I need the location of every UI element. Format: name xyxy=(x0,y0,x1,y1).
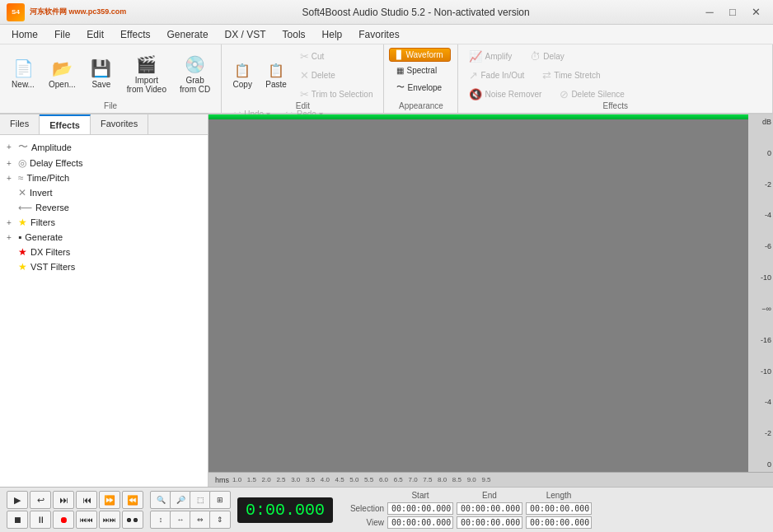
minimize-button[interactable]: ─ xyxy=(699,4,720,21)
zoom-in-button[interactable]: 🔍 xyxy=(150,491,171,509)
tree-label-dx-filters: DX Filters xyxy=(30,247,70,257)
pos-header-start: Start xyxy=(387,491,453,500)
loop-button[interactable]: ⏺⏺ xyxy=(122,511,143,529)
watermark: 河东软件网 www.pc359.com xyxy=(30,7,126,17)
tree-item-filters[interactable]: + ★ Filters xyxy=(0,215,208,230)
paste-icon: 📋 xyxy=(268,63,284,78)
tree-item-time-pitch[interactable]: + ≈ Time/Pitch xyxy=(0,170,208,185)
menu-generate[interactable]: Generate xyxy=(159,26,217,43)
tree-item-dx-filters[interactable]: ★ DX Filters xyxy=(0,245,208,259)
ribbon-noiseremover-button[interactable]: 🔇 Noise Remover xyxy=(463,86,547,103)
menu-file[interactable]: File xyxy=(46,26,78,43)
tree-expand-generate: + xyxy=(7,233,15,242)
sidebar-tab-effects[interactable]: Effects xyxy=(40,114,91,134)
skip-end-button[interactable]: ⏭ xyxy=(53,491,74,509)
waveform-icon: ▊ xyxy=(396,50,403,59)
ribbon-waveform-button[interactable]: ▊ Waveform xyxy=(389,48,450,62)
db-label-2b: -2 xyxy=(750,429,771,437)
tree-label-amplitude: Amplitude xyxy=(31,142,72,152)
sidebar-tab-favorites[interactable]: Favorites xyxy=(91,114,148,134)
ribbon-paste-button[interactable]: 📋 Paste xyxy=(260,48,293,103)
menu-effects[interactable]: Effects xyxy=(112,26,158,43)
record-button[interactable]: ⏺ xyxy=(53,511,74,529)
ribbon-group-file: 📄 New... 📂 Open... 💾 Save 🎬 Importfrom V… xyxy=(0,44,222,113)
ribbon-amplify-button[interactable]: 📈 Amplify xyxy=(463,48,518,65)
open-icon: 📂 xyxy=(52,58,73,78)
amplitude-icon: 〜 xyxy=(18,140,28,154)
fit-v-button[interactable]: ⇕ xyxy=(209,511,231,529)
vzoom-in-button[interactable]: ↕ xyxy=(150,511,171,529)
skip-start-button[interactable]: ⏮ xyxy=(76,491,97,509)
playhead-line xyxy=(208,114,773,119)
ribbon-envelope-button[interactable]: 〜 Envelope xyxy=(389,79,449,96)
db-label-2: -2 xyxy=(750,180,771,189)
position-headers: Start End Length xyxy=(343,491,592,500)
filters-icon: ★ xyxy=(18,217,27,228)
ribbon-group-edit: 📋 Copy 📋 Paste ✂ Cut ✕ Delete xyxy=(222,44,384,113)
zoom-controls: 🔍 🔎 ⬚ ⊞ ↕ ↔ ⇔ ⇕ xyxy=(150,491,227,529)
vst-filters-icon: ★ xyxy=(18,261,27,273)
tree-item-delay-effects[interactable]: + ◎ Delay Effects xyxy=(0,156,208,170)
pause-button[interactable]: ⏸ xyxy=(30,511,51,529)
menu-help[interactable]: Help xyxy=(314,26,351,43)
ribbon-trim-button[interactable]: ✂ Trim to Selection xyxy=(294,86,379,103)
ribbon-timestretch-button[interactable]: ⇄ Time Stretch xyxy=(536,67,606,84)
ribbon-grab-button[interactable]: 💿 Grabfrom CD xyxy=(174,51,216,97)
ribbon-import-button[interactable]: 🎬 Importfrom Video xyxy=(121,51,172,97)
close-button[interactable]: ✕ xyxy=(745,4,766,21)
tree-item-invert[interactable]: ✕ Invert xyxy=(0,185,208,200)
ribbon-fade-button[interactable]: ↗ Fade In/Out xyxy=(463,67,530,84)
vzoom-out-button[interactable]: ↔ xyxy=(170,511,191,529)
menu-favorites[interactable]: Favorites xyxy=(350,26,407,43)
edit-group-label: Edit xyxy=(222,101,383,110)
menu-dx-vst[interactable]: DX / VST xyxy=(217,26,274,43)
db-label-10: -10 xyxy=(750,273,771,282)
fast-forward-button[interactable]: ⏩ xyxy=(99,491,120,509)
return-button[interactable]: ↩ xyxy=(30,491,51,509)
ribbon-open-button[interactable]: 📂 Open... xyxy=(43,55,82,92)
stop-button[interactable]: ⏹ xyxy=(7,511,28,529)
ribbon: 📄 New... 📂 Open... 💾 Save 🎬 Importfrom V… xyxy=(0,44,773,114)
copy-icon: 📋 xyxy=(234,63,251,78)
ribbon-group-appearance: ▊ Waveform ▦ Spectral 〜 Envelope Appeara… xyxy=(384,44,458,113)
loop-end-button[interactable]: ⏭⏭ xyxy=(99,511,120,529)
tree-item-generate[interactable]: + ▪ Generate xyxy=(0,230,208,245)
invert-icon: ✕ xyxy=(18,187,26,198)
play-button[interactable]: ▶ xyxy=(7,491,28,509)
main-area: Files Effects Favorites + 〜 Amplitude + … xyxy=(0,114,773,487)
appearance-group-label: Appearance xyxy=(384,101,457,110)
tree-item-amplitude[interactable]: + 〜 Amplitude xyxy=(0,138,208,156)
selection-length: 00:00:00.000 xyxy=(526,502,592,515)
generate-icon: ▪ xyxy=(18,231,21,243)
loop-start-button[interactable]: ⏮⏮ xyxy=(76,511,97,529)
menu-edit[interactable]: Edit xyxy=(78,26,112,43)
zoom-sel-button[interactable]: ⬚ xyxy=(190,491,211,509)
file-group-label: File xyxy=(0,101,221,110)
ribbon-new-button[interactable]: 📄 New... xyxy=(5,55,41,92)
ribbon-delay-button[interactable]: ⏱ Delay xyxy=(524,48,570,65)
zoom-all-button[interactable]: ⊞ xyxy=(209,491,231,509)
sidebar-tab-files[interactable]: Files xyxy=(0,114,40,134)
fit-h-button[interactable]: ⇔ xyxy=(190,511,211,529)
window-title: Soft4Boost Audio Studio 5.2 - Non-activa… xyxy=(133,7,699,18)
ribbon-cut-button[interactable]: ✂ Cut xyxy=(294,48,379,65)
menu-tools[interactable]: Tools xyxy=(274,26,314,43)
db-label-4b: -4 xyxy=(750,398,771,406)
ribbon-delete-button[interactable]: ✕ Delete xyxy=(294,67,379,84)
ribbon-deletesilence-button[interactable]: ⊘ Delete Silence xyxy=(554,86,630,103)
tree-item-vst-filters[interactable]: ★ VST Filters xyxy=(0,259,208,274)
ribbon-copy-button[interactable]: 📋 Copy xyxy=(227,48,258,103)
pos-header-length: Length xyxy=(526,491,592,500)
delay-effects-icon: ◎ xyxy=(18,157,26,169)
waveform-canvas[interactable]: dB 0 -2 -4 -6 -10 −∞ -16 -10 -4 -2 0 xyxy=(208,114,773,472)
ribbon-spectral-button[interactable]: ▦ Spectral xyxy=(389,63,444,77)
tree-item-reverse[interactable]: ⟵ Reverse xyxy=(0,200,208,215)
maximize-button[interactable]: □ xyxy=(722,4,743,21)
zoom-out-button[interactable]: 🔎 xyxy=(170,491,191,509)
ribbon-save-button[interactable]: 💾 Save xyxy=(83,55,119,92)
pos-header-end: End xyxy=(457,491,522,500)
selection-end: 00:00:00.000 xyxy=(457,502,522,515)
menu-bar: Home File Edit Effects Generate DX / VST… xyxy=(0,25,773,44)
rewind-button[interactable]: ⏪ xyxy=(122,491,143,509)
menu-home[interactable]: Home xyxy=(3,26,46,43)
